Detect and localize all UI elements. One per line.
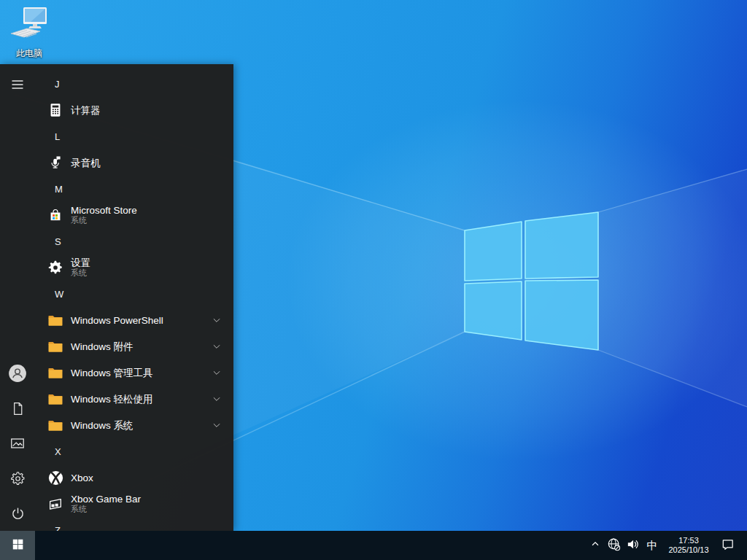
app-item-title: Windows 系统 [71, 420, 133, 431]
ime-indicator-button[interactable]: 中 [642, 531, 662, 560]
user-avatar-button[interactable] [0, 356, 35, 391]
app-item-设置[interactable]: 设置系统 [35, 254, 233, 281]
section-letter: W [55, 289, 63, 300]
settings-gear-button[interactable] [0, 461, 35, 496]
app-item-windows-powershell[interactable]: Windows PowerShell [35, 307, 233, 333]
this-pc-icon [7, 34, 52, 46]
app-item-microsoft-store[interactable]: Microsoft Store系统 [35, 202, 233, 228]
volume-icon [626, 537, 640, 554]
start-button[interactable] [0, 531, 35, 560]
app-item-subtitle: 系统 [71, 505, 141, 514]
taskbar: 中 17:53 2025/10/13 [0, 531, 747, 560]
section-letter: M [55, 184, 63, 195]
section-header-X[interactable]: X [35, 438, 233, 464]
app-item-title: 录音机 [71, 158, 101, 168]
app-item-windows-轻松使用[interactable]: Windows 轻松使用 [35, 386, 233, 412]
folder-icon [47, 416, 64, 434]
section-header-J[interactable]: J [35, 71, 233, 97]
app-item-text: Xbox Game Bar系统 [71, 494, 141, 514]
hamburger-button[interactable] [0, 67, 35, 102]
folder-icon [47, 364, 64, 381]
start-menu-app-list: J计算器L录音机MMicrosoft Store系统S设置系统WWindows … [35, 64, 233, 531]
app-item-title: Xbox [71, 472, 93, 483]
app-item-text: Windows 轻松使用 [71, 394, 153, 405]
app-item-计算器[interactable]: 计算器 [35, 97, 233, 123]
xbox-icon [47, 469, 64, 486]
chevron-down-icon [212, 341, 222, 351]
xbox-game-bar-icon [47, 495, 64, 513]
app-item-title: Windows 管理工具 [71, 368, 153, 378]
calculator-icon [47, 101, 64, 119]
section-letter: Z [55, 525, 61, 532]
app-item-title: Xbox Game Bar [71, 494, 141, 505]
pictures-icon [9, 435, 26, 451]
desktop-icon-this-pc[interactable]: 此电脑 [4, 6, 54, 60]
clock-time: 17:53 [678, 536, 699, 545]
app-item-subtitle: 系统 [71, 216, 137, 225]
app-item-text: 计算器 [71, 105, 101, 116]
start-menu: J计算器L录音机MMicrosoft Store系统S设置系统WWindows … [0, 64, 233, 531]
clock-button[interactable]: 17:53 2025/10/13 [662, 531, 715, 560]
desktop-icon-label: 此电脑 [4, 47, 54, 60]
app-item-title: Windows 轻松使用 [71, 394, 153, 405]
folder-icon [47, 311, 64, 329]
start-menu-rail [0, 64, 35, 531]
voice-recorder-icon [47, 154, 64, 171]
section-header-L[interactable]: L [35, 123, 233, 149]
ime-label: 中 [647, 539, 658, 553]
power-icon [10, 506, 26, 521]
app-item-text: Windows PowerShell [71, 315, 163, 326]
microsoft-store-icon [47, 206, 64, 224]
volume-button[interactable] [623, 531, 642, 560]
app-item-xbox-game-bar[interactable]: Xbox Game Bar系统 [35, 491, 233, 517]
action-center-button[interactable] [715, 531, 740, 560]
system-tray: 中 17:53 2025/10/13 [587, 531, 747, 560]
app-item-title: Windows PowerShell [71, 315, 163, 326]
section-header-Z[interactable]: Z [35, 517, 233, 531]
clock-date: 2025/10/13 [668, 545, 708, 555]
folder-icon [47, 390, 64, 408]
chevron-down-icon [212, 420, 222, 430]
app-item-title: 设置 [71, 257, 90, 268]
tray-overflow-button[interactable] [587, 531, 604, 560]
section-header-M[interactable]: M [35, 176, 233, 202]
app-item-text: Xbox [71, 472, 93, 483]
app-item-subtitle: 系统 [71, 268, 90, 278]
app-item-windows-系统[interactable]: Windows 系统 [35, 412, 233, 438]
section-letter: J [55, 79, 60, 90]
folder-icon [47, 338, 64, 355]
app-item-title: 计算器 [71, 105, 101, 116]
user-avatar-icon [8, 364, 27, 383]
chevron-down-icon [212, 394, 222, 404]
network-status-button[interactable] [604, 531, 623, 560]
chevron-down-icon [212, 368, 222, 378]
pictures-button[interactable] [0, 426, 35, 461]
chevron-down-icon [212, 315, 222, 325]
settings-app-icon [47, 259, 64, 276]
app-item-title: Windows 附件 [71, 341, 133, 352]
chevron-up-icon [590, 539, 600, 552]
app-item-text: Windows 附件 [71, 341, 133, 352]
app-item-title: Microsoft Store [71, 205, 137, 216]
app-item-windows-管理工具[interactable]: Windows 管理工具 [35, 359, 233, 386]
network-globe-icon [607, 537, 621, 554]
document-button[interactable] [0, 391, 35, 426]
app-item-text: Microsoft Store系统 [71, 205, 137, 225]
app-item-text: 设置系统 [71, 257, 90, 278]
app-item-text: Windows 管理工具 [71, 368, 153, 378]
section-header-W[interactable]: W [35, 281, 233, 307]
windows-logo-icon [12, 538, 24, 553]
section-letter: S [55, 236, 61, 247]
app-item-text: 录音机 [71, 158, 101, 168]
notifications-icon [721, 537, 735, 554]
section-letter: L [55, 131, 60, 142]
document-icon [10, 401, 26, 416]
app-item-xbox[interactable]: Xbox [35, 464, 233, 491]
power-button[interactable] [0, 496, 35, 531]
section-letter: X [55, 446, 61, 457]
app-item-录音机[interactable]: 录音机 [35, 149, 233, 176]
app-item-text: Windows 系统 [71, 420, 133, 431]
app-item-windows-附件[interactable]: Windows 附件 [35, 333, 233, 359]
hamburger-icon [10, 77, 25, 92]
section-header-S[interactable]: S [35, 228, 233, 254]
